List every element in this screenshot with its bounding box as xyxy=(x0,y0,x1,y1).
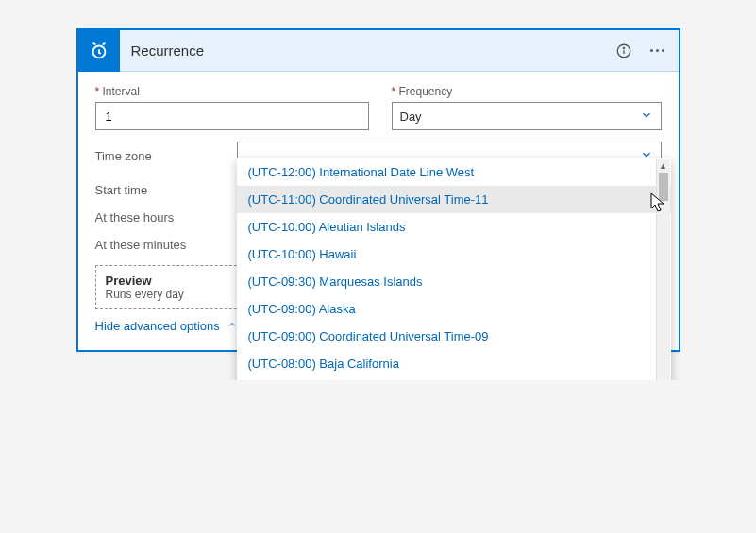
interval-input[interactable] xyxy=(95,102,369,130)
ellipsis-icon xyxy=(650,49,664,52)
timezone-option[interactable]: (UTC-12:00) International Date Line West xyxy=(237,158,671,186)
clock-icon xyxy=(78,30,120,72)
scroll-up-icon[interactable]: ▲ xyxy=(657,159,670,173)
scroll-thumb[interactable] xyxy=(659,173,668,201)
card-body: Interval Frequency Day Time zone xyxy=(78,72,679,350)
preview-box: Preview Runs every day xyxy=(95,265,246,309)
preview-subtitle: Runs every day xyxy=(106,288,236,301)
starttime-label: Start time xyxy=(95,183,237,197)
recurrence-card: Recurrence Interval Freq xyxy=(76,28,680,352)
more-button[interactable] xyxy=(647,40,669,62)
timezone-option[interactable]: (UTC-09:00) Coordinated Universal Time-0… xyxy=(237,323,671,350)
atminutes-label: At these minutes xyxy=(95,238,237,252)
timezone-dropdown[interactable]: (UTC-12:00) International Date Line West… xyxy=(237,158,671,380)
athours-label: At these hours xyxy=(95,210,237,225)
interval-text[interactable] xyxy=(104,108,361,125)
timezone-option[interactable]: (UTC-10:00) Hawaii xyxy=(237,241,671,268)
timezone-option[interactable]: (UTC-09:00) Alaska xyxy=(237,295,671,323)
timezone-option[interactable]: (UTC-08:00) Baja California xyxy=(237,350,671,377)
timezone-option[interactable]: (UTC-09:30) Marquesas Islands xyxy=(237,268,671,295)
info-button[interactable] xyxy=(613,40,635,62)
timezone-option[interactable]: (UTC-10:00) Aleutian Islands xyxy=(237,213,671,241)
frequency-value: Day xyxy=(400,109,422,124)
frequency-select[interactable]: Day xyxy=(392,102,662,130)
svg-point-3 xyxy=(623,47,624,48)
interval-label: Interval xyxy=(95,85,369,98)
hide-advanced-text: Hide advanced options xyxy=(95,319,220,333)
timezone-option[interactable]: (UTC-11:00) Coordinated Universal Time-1… xyxy=(237,186,671,213)
preview-title: Preview xyxy=(106,274,236,288)
chevron-down-icon xyxy=(640,108,653,125)
timezone-option[interactable]: (UTC-08:00) Coordinated Universal Time-0… xyxy=(237,377,671,380)
timezone-label: Time zone xyxy=(95,149,237,163)
frequency-label: Frequency xyxy=(392,85,662,98)
header-title: Recurrence xyxy=(120,42,613,58)
scrollbar[interactable]: ▲ ▼ xyxy=(656,159,670,380)
card-header: Recurrence xyxy=(78,30,679,72)
